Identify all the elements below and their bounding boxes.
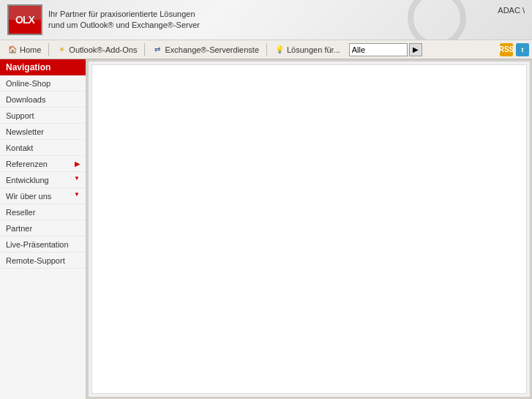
nav-item-kontakt[interactable]: Kontakt xyxy=(0,140,86,156)
exchange-icon: ⇄ xyxy=(152,45,162,55)
nav-item-label: Support xyxy=(6,111,34,120)
nav-item-support[interactable]: Support xyxy=(0,108,86,124)
tagline-area: Ihr Partner für praxisorientierte Lösung… xyxy=(48,9,200,31)
main-layout: Navigation Online-ShopDownloadsSupportNe… xyxy=(0,59,532,399)
exchange-button[interactable]: ⇄ Exchange®-Serverdienste xyxy=(148,43,263,56)
solutions-button[interactable]: 💡 Lösungen für... xyxy=(270,43,345,56)
toolbar-right: RSS t xyxy=(500,43,529,56)
logo: OLX xyxy=(7,4,42,35)
nav-item-label: Live-Präsentation xyxy=(6,240,69,249)
logo-area: OLX Ihr Partner für praxisorientierte Lö… xyxy=(7,4,200,35)
logo-text: OLX xyxy=(15,14,34,26)
nav-item-sub-arrow: ▼ xyxy=(68,191,80,198)
solutions-icon: 💡 xyxy=(274,45,285,55)
nav-item-label: Kontakt xyxy=(6,143,33,152)
nav-item-newsletter[interactable]: Newsletter xyxy=(0,124,86,140)
toolbar-separator xyxy=(48,43,49,56)
nav-item-label: Referenzen xyxy=(6,160,48,168)
nav-item-reseller[interactable]: Reseller xyxy=(0,204,86,220)
home-label: Home xyxy=(20,45,41,54)
nav-item-sub-arrow: ▼ xyxy=(68,175,80,182)
nav-item-partner[interactable]: Partner xyxy=(0,220,86,236)
search-input[interactable] xyxy=(349,43,408,56)
nav-item-arrow: ▶ xyxy=(75,160,80,168)
nav-item-label: Newsletter xyxy=(6,127,44,136)
sidebar: Navigation Online-ShopDownloadsSupportNe… xyxy=(0,59,86,399)
search-area: ▶ xyxy=(349,43,422,56)
solutions-label: Lösungen für... xyxy=(287,45,340,54)
nav-item-live-pr-sentation[interactable]: Live-Präsentation xyxy=(0,236,86,253)
outlook-button[interactable]: ☀ Outlook®-Add-Ons xyxy=(52,43,141,56)
nav-item-label: Online-Shop xyxy=(6,79,50,88)
home-button[interactable]: 🏠 Home xyxy=(3,43,45,56)
toolbar-separator-3 xyxy=(266,43,267,56)
tagline-line2: rund um Outlook® und Exchange®-Server xyxy=(48,20,200,29)
home-icon: 🏠 xyxy=(7,45,18,55)
nav-item-remote-support[interactable]: Remote-Support xyxy=(0,253,86,269)
tagline-line1: Ihr Partner für praxisorientierte Lösung… xyxy=(48,10,195,18)
nav-header: Navigation xyxy=(0,59,86,75)
nav-item-label: Partner xyxy=(6,224,32,233)
nav-item-referenzen[interactable]: Referenzen▶ xyxy=(0,156,86,172)
outlook-icon: ☀ xyxy=(56,45,67,55)
rss-icon[interactable]: RSS xyxy=(500,43,513,56)
nav-item-label: Wir über uns xyxy=(6,192,51,201)
tagline: Ihr Partner für praxisorientierte Lösung… xyxy=(48,9,200,31)
nav-item-downloads[interactable]: Downloads xyxy=(0,92,86,108)
exchange-label: Exchange®-Serverdienste xyxy=(165,45,259,54)
header-decoration xyxy=(386,0,473,40)
nav-item-label: Remote-Support xyxy=(6,256,65,265)
nav-item-label: Downloads xyxy=(6,95,45,104)
content-area xyxy=(88,61,531,398)
header-right-text: ADAC \ xyxy=(498,6,525,15)
search-button[interactable]: ▶ xyxy=(409,43,422,56)
content-inner xyxy=(91,64,527,394)
outlook-label: Outlook®-Add-Ons xyxy=(69,45,137,54)
nav-item-wir--ber-uns[interactable]: Wir über uns▼ xyxy=(0,188,86,204)
twitter-icon[interactable]: t xyxy=(516,43,529,56)
toolbar-separator-2 xyxy=(144,43,145,56)
nav-items-container: Online-ShopDownloadsSupportNewsletterKon… xyxy=(0,75,86,269)
nav-item-label: Reseller xyxy=(6,208,35,217)
nav-item-label: Entwicklung xyxy=(6,176,49,184)
nav-item-online-shop[interactable]: Online-Shop xyxy=(0,75,86,92)
nav-item-entwicklung[interactable]: Entwicklung▼ xyxy=(0,172,86,188)
toolbar: 🏠 Home ☀ Outlook®-Add-Ons ⇄ Exchange®-Se… xyxy=(0,40,532,59)
header: OLX Ihr Partner für praxisorientierte Lö… xyxy=(0,0,532,40)
